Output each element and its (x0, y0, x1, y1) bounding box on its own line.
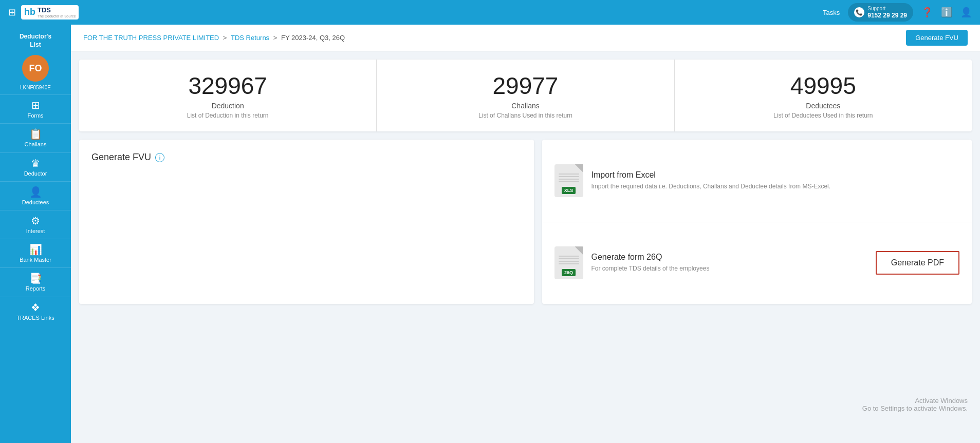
file-line (559, 176, 579, 177)
import-excel-title: Import from Excel (591, 170, 960, 180)
sidebar-item-label: Deductor (24, 170, 47, 177)
breadcrumb: FOR THE TRUTH PRESS PRIVATE LIMITED > TD… (83, 34, 345, 42)
stat-number-deductees: 49995 (685, 74, 961, 98)
nav-right: Tasks 📞 Support 9152 29 29 29 ❓ ℹ️ 👤 (823, 3, 972, 22)
generate-fvu-title: Generate FVU i (91, 152, 164, 163)
forms-icon: ⊞ (31, 100, 40, 110)
phone-icon: 📞 (854, 7, 864, 17)
breadcrumb-sep-1: > (223, 34, 229, 42)
import-excel-item[interactable]: XLS Import from Excel Import the require… (542, 140, 972, 222)
file-line (559, 263, 579, 264)
breadcrumb-company[interactable]: FOR THE TRUTH PRESS PRIVATE LIMITED (83, 34, 219, 42)
sidebar-item-label: Reports (26, 285, 46, 292)
xls-badge: XLS (562, 187, 576, 194)
26q-file-icon: 26Q (554, 246, 583, 279)
sidebar-item-label: Forms (27, 112, 43, 119)
support-text: Support 9152 29 29 29 (867, 5, 907, 20)
stat-card-deduction[interactable]: 329967 Deduction List of Deduction in th… (79, 60, 377, 131)
sidebar-item-label: Bank Master (20, 257, 51, 263)
sidebar-item-interest[interactable]: ⚙ Interest (0, 210, 71, 239)
file-lines-xls (559, 174, 579, 184)
breadcrumb-period: FY 2023-24, Q3, 26Q (281, 34, 345, 42)
stat-card-deductees[interactable]: 49995 Deductees List of Deductees Used i… (675, 60, 972, 131)
challans-icon: 📋 (29, 129, 42, 139)
sidebar-item-deductor[interactable]: ♛ Deductor (0, 152, 71, 181)
generate-form-desc: For complete TDS details of the employee… (591, 264, 859, 273)
sidebar-item-reports[interactable]: 📑 Reports (0, 267, 71, 296)
sidebar: Deductor'sList FO LKNF05940E ⊞ Forms 📋 C… (0, 25, 71, 443)
file-line (559, 256, 579, 257)
file-line (559, 179, 579, 180)
file-icon-base-26q: 26Q (554, 246, 583, 279)
stat-desc-deduction: List of Deduction in this return (89, 112, 366, 119)
generate-fvu-label: Generate FVU (91, 152, 151, 163)
logo-tds-area: TDS The Deductor at Source (38, 7, 76, 17)
stat-desc-challans: List of Challans Used in this return (387, 112, 663, 119)
top-navigation: ⊞ hb TDS The Deductor at Source Tasks 📞 … (0, 0, 980, 25)
import-excel-desc: Import the required data i.e. Deductions… (591, 182, 960, 191)
sidebar-item-label: TRACES Links (16, 315, 54, 321)
info-icon[interactable]: ℹ️ (941, 7, 952, 18)
deductor-icon: ♛ (31, 158, 40, 168)
stats-row: 329967 Deduction List of Deduction in th… (79, 60, 972, 131)
sidebar-item-challans[interactable]: 📋 Challans (0, 123, 71, 152)
sidebar-item-label: Challans (25, 141, 47, 148)
generate-fvu-header-button[interactable]: Generate FVU (906, 30, 968, 46)
tasks-button[interactable]: Tasks (823, 9, 840, 16)
nav-left: ⊞ hb TDS The Deductor at Source (8, 5, 79, 19)
logo: hb TDS The Deductor at Source (21, 5, 79, 19)
stat-card-challans[interactable]: 29977 Challans List of Challans Used in … (377, 60, 674, 131)
sidebar-item-label: Deductees (22, 199, 49, 206)
file-lines-26q (559, 256, 579, 266)
sidebar-header: Deductor'sList (0, 30, 71, 52)
stat-label-challans: Challans (387, 102, 663, 110)
generate-pdf-button[interactable]: Generate PDF (876, 251, 959, 275)
action-row: Generate FVU i XLS (79, 140, 972, 304)
avatar-initials: FO (29, 63, 42, 74)
deductees-icon: 👤 (29, 187, 42, 197)
generate-fvu-info-icon[interactable]: i (155, 153, 164, 162)
stat-label-deductees: Deductees (685, 102, 961, 110)
traces-links-icon: ❖ (31, 302, 40, 313)
help-icon[interactable]: ❓ (921, 7, 933, 18)
import-excel-text: Import from Excel Import the required da… (591, 170, 960, 191)
sidebar-item-deductees[interactable]: 👤 Deductees (0, 181, 71, 210)
file-line (559, 174, 579, 175)
stat-number-challans: 29977 (387, 74, 663, 98)
26q-badge: 26Q (562, 269, 576, 276)
deductor-code: LKNF05940E (20, 85, 51, 90)
support-label: Support (867, 5, 907, 12)
sidebar-item-forms[interactable]: ⊞ Forms (0, 94, 71, 123)
grid-icon[interactable]: ⊞ (8, 7, 16, 18)
file-icon-base-xls: XLS (554, 164, 583, 197)
support-number: 9152 29 29 29 (867, 12, 907, 20)
file-line (559, 261, 579, 262)
sidebar-item-label: Interest (26, 228, 45, 235)
breadcrumb-sep-2: > (273, 34, 279, 42)
sidebar-item-bank-master[interactable]: 📊 Bank Master (0, 239, 71, 267)
bank-master-icon: 📊 (29, 244, 42, 255)
breadcrumb-returns[interactable]: TDS Returns (231, 34, 269, 42)
stat-number-deduction: 329967 (89, 74, 366, 98)
logo-tagline: The Deductor at Source (38, 14, 76, 18)
main-content: FOR THE TRUTH PRESS PRIVATE LIMITED > TD… (71, 25, 980, 443)
stat-label-deduction: Deduction (89, 102, 366, 110)
generate-form-item[interactable]: 26Q Generate form 26Q For complete TDS d… (542, 222, 972, 304)
generate-fvu-card: Generate FVU i (79, 140, 534, 304)
xls-file-icon: XLS (554, 164, 583, 197)
logo-tds-text: TDS (38, 7, 76, 14)
reports-icon: 📑 (29, 273, 42, 283)
support-box: 📞 Support 9152 29 29 29 (848, 3, 913, 22)
generate-form-text: Generate form 26Q For complete TDS detai… (591, 253, 859, 273)
avatar[interactable]: FO (22, 55, 49, 82)
interest-icon: ⚙ (31, 216, 40, 226)
generate-form-title: Generate form 26Q (591, 253, 859, 262)
stat-desc-deductees: List of Deductees Used in this return (685, 112, 961, 119)
sidebar-item-traces-links[interactable]: ❖ TRACES Links (0, 297, 71, 325)
breadcrumb-bar: FOR THE TRUTH PRESS PRIVATE LIMITED > TD… (71, 25, 980, 51)
right-panel: XLS Import from Excel Import the require… (542, 140, 972, 304)
file-line (559, 181, 579, 182)
file-line (559, 258, 579, 259)
logo-hb: hb (24, 7, 35, 17)
user-icon[interactable]: 👤 (960, 7, 972, 18)
